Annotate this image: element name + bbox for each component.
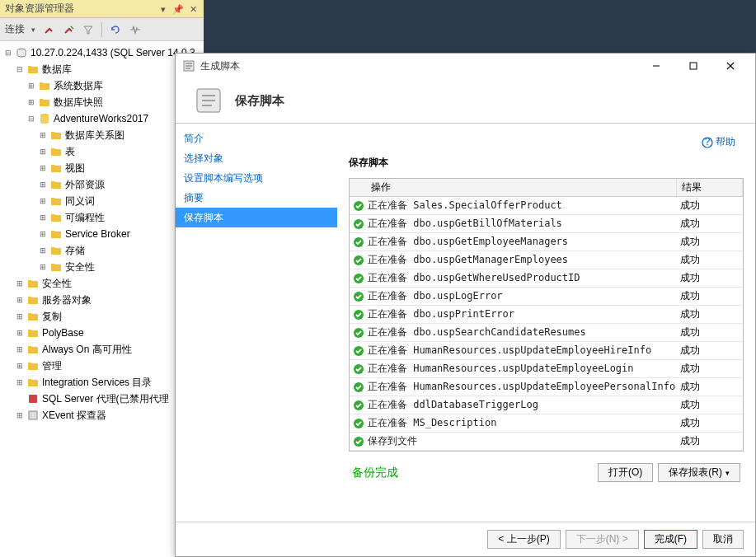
success-icon — [350, 327, 368, 339]
grid-row[interactable]: 正在准备 dbo.uspGetWhereUsedProductID成功 — [350, 269, 743, 288]
expander-icon[interactable]: ⊞ — [15, 278, 25, 288]
pin-icon[interactable]: 📌 — [172, 3, 184, 15]
expander-icon[interactable]: ⊞ — [15, 361, 25, 371]
views-node[interactable]: ⊞视图 — [0, 160, 204, 176]
grid-row[interactable]: 正在准备 ddlDatabaseTriggerLog成功 — [350, 396, 743, 414]
maximize-button[interactable] — [674, 54, 711, 77]
expander-icon[interactable]: ⊞ — [26, 97, 36, 107]
sidebar-item-summary[interactable]: 摘要 — [176, 188, 337, 208]
open-button[interactable]: 打开(O) — [598, 463, 653, 482]
serverobjects-node[interactable]: ⊞服务器对象 — [0, 292, 204, 308]
expander-icon[interactable]: ⊞ — [15, 410, 25, 420]
success-icon — [350, 345, 368, 357]
grid-row[interactable]: 正在准备 HumanResources.uspUpdateEmployeeLog… — [350, 360, 743, 378]
expander-icon[interactable]: ⊞ — [38, 246, 48, 255]
expander-icon[interactable]: ⊞ — [38, 229, 48, 239]
expander-icon[interactable]: ⊞ — [15, 377, 25, 387]
security-node[interactable]: ⊞安全性 — [0, 275, 204, 292]
sidebar-item-options[interactable]: 设置脚本编写选项 — [176, 168, 337, 188]
grid-row[interactable]: 正在准备 HumanResources.uspUpdateEmployeeHir… — [350, 342, 743, 360]
object-tree[interactable]: ⊟10.27.0.224,1433 (SQL Server 14.0.3 ⊟数据… — [0, 41, 204, 557]
save-report-button[interactable]: 保存报表(R)▾ — [658, 463, 740, 482]
polybase-node[interactable]: ⊞PolyBase — [0, 325, 204, 341]
expander-icon[interactable]: ⊞ — [38, 130, 48, 140]
expander-icon[interactable]: ⊞ — [38, 262, 48, 272]
dialog-titlebar[interactable]: 生成脚本 — [176, 54, 755, 78]
sidebar-item-save[interactable]: 保存脚本 — [176, 208, 337, 227]
minimize-button[interactable] — [637, 54, 674, 77]
grid-row[interactable]: 正在准备 Sales.SpecialOfferProduct成功 — [350, 197, 743, 215]
tables-node[interactable]: ⊞表 — [0, 143, 204, 160]
isc-node[interactable]: ⊞Integration Services 目录 — [0, 374, 204, 391]
prev-button[interactable]: < 上一步(P) — [487, 530, 560, 549]
success-icon — [350, 400, 368, 411]
databases-node[interactable]: ⊟数据库 — [0, 61, 204, 77]
server-node[interactable]: ⊟10.27.0.224,1433 (SQL Server 14.0.3 — [0, 44, 204, 61]
sidebar-item-intro[interactable]: 简介 — [176, 129, 337, 148]
close-button[interactable] — [711, 54, 749, 77]
sysdb-node[interactable]: ⊞系统数据库 — [0, 77, 204, 94]
management-node[interactable]: ⊞管理 — [0, 358, 204, 374]
servicebroker-node[interactable]: ⊞Service Broker — [0, 226, 204, 242]
replication-node[interactable]: ⊞复制 — [0, 308, 204, 325]
expander-icon[interactable]: ⊞ — [38, 180, 48, 190]
grid-row[interactable]: 正在准备 dbo.uspGetBillOfMaterials成功 — [350, 215, 743, 233]
expander-icon[interactable]: ⊟ — [3, 48, 13, 58]
object-explorer-panel: 对象资源管理器 ▾ 📌 ✕ 连接 ▾ ⊟10.27.0.224,1433 (SQ… — [0, 0, 204, 557]
expander-icon[interactable]: ⊞ — [15, 328, 25, 338]
expander-icon[interactable]: ⊞ — [38, 196, 48, 206]
grid-row[interactable]: 正在准备 dbo.uspGetEmployeeManagers成功 — [350, 233, 743, 251]
result-text: 成功 — [677, 416, 743, 430]
expander-icon[interactable]: ⊞ — [15, 295, 25, 305]
refresh-icon[interactable] — [109, 23, 122, 36]
close-icon[interactable]: ✕ — [187, 3, 199, 15]
sidebar-item-select[interactable]: 选择对象 — [176, 148, 337, 168]
dropdown-icon[interactable]: ▾ — [157, 3, 169, 15]
diagrams-node[interactable]: ⊞数据库关系图 — [0, 127, 204, 143]
server-icon — [15, 46, 28, 59]
expander-icon[interactable]: ⊞ — [26, 81, 36, 91]
programmability-node[interactable]: ⊞可编程性 — [0, 209, 204, 226]
grid-row[interactable]: 正在准备 HumanResources.uspUpdateEmployeePer… — [350, 378, 743, 396]
grid-row[interactable]: 保存到文件成功 — [350, 433, 743, 451]
cancel-button[interactable]: 取消 — [702, 530, 744, 549]
result-text: 成功 — [677, 289, 743, 303]
disconnect-icon[interactable] — [62, 23, 75, 36]
expander-icon[interactable]: ⊟ — [26, 114, 36, 124]
synonyms-node[interactable]: ⊞同义词 — [0, 193, 204, 209]
col-operation[interactable]: 操作 — [350, 179, 677, 196]
security-db-node[interactable]: ⊞安全性 — [0, 259, 204, 275]
xevent-node[interactable]: ⊞XEvent 探查器 — [0, 407, 204, 424]
grid-row[interactable]: 正在准备 dbo.uspSearchCandidateResumes成功 — [350, 324, 743, 342]
expander-icon[interactable]: ⊞ — [15, 344, 25, 354]
connect-dropdown-icon[interactable]: ▾ — [31, 26, 35, 34]
finish-button[interactable]: 完成(F) — [644, 530, 697, 549]
folder-icon — [26, 63, 40, 76]
result-text: 成功 — [677, 434, 743, 448]
connect-icon[interactable] — [42, 23, 55, 36]
help-link[interactable]: ?帮助 — [702, 135, 735, 149]
expander-icon[interactable]: ⊟ — [15, 64, 25, 74]
activity-icon[interactable] — [129, 23, 142, 36]
expander-icon[interactable]: ⊞ — [38, 213, 48, 222]
snapshots-node[interactable]: ⊞数据库快照 — [0, 94, 204, 110]
grid-row[interactable]: 正在准备 dbo.uspLogError成功 — [350, 288, 743, 306]
grid-row[interactable]: 正在准备 dbo.uspPrintError成功 — [350, 306, 743, 324]
grid-row[interactable]: 正在准备 MS_Description成功 — [350, 414, 743, 433]
expander-icon[interactable]: ⊞ — [38, 163, 48, 173]
storage-node[interactable]: ⊞存储 — [0, 242, 204, 259]
connect-label[interactable]: 连接 — [5, 22, 25, 36]
toolbar-separator — [101, 22, 102, 37]
expander-icon[interactable]: ⊞ — [38, 147, 48, 157]
grid-header: 操作 结果 — [350, 179, 743, 197]
folder-icon — [26, 376, 40, 389]
agent-node[interactable]: ⊞SQL Server 代理(已禁用代理 — [0, 391, 204, 407]
filter-icon[interactable] — [82, 23, 95, 36]
expander-icon[interactable]: ⊞ — [15, 311, 25, 321]
adventureworks-node[interactable]: ⊟AdventureWorks2017 — [0, 110, 204, 127]
grid-body[interactable]: 正在准备 Sales.SpecialOfferProduct成功正在准备 dbo… — [350, 197, 743, 451]
col-result[interactable]: 结果 — [677, 179, 743, 196]
extres-node[interactable]: ⊞外部资源 — [0, 176, 204, 193]
grid-row[interactable]: 正在准备 dbo.uspGetManagerEmployees成功 — [350, 251, 743, 269]
alwayson-node[interactable]: ⊞Always On 高可用性 — [0, 341, 204, 358]
